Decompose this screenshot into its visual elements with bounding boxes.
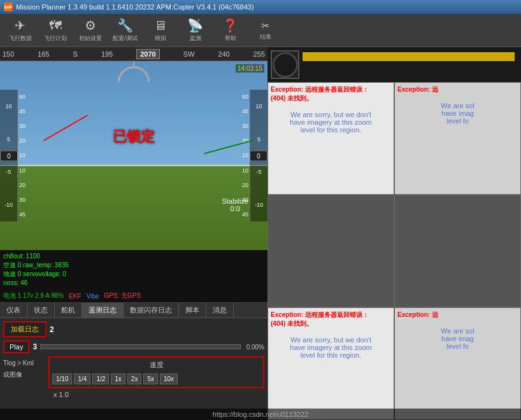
tlog-text: Tlog > Kml或图像 bbox=[3, 360, 34, 378]
map-top-strip bbox=[268, 47, 521, 82]
gps-label: GPS: 无GPS bbox=[104, 291, 141, 300]
timestamp: 14:03:15 bbox=[236, 64, 264, 73]
load-log-row: 加载日志 2 bbox=[3, 321, 264, 337]
toolbar-flight-plan[interactable]: 🗺 飞行计划 bbox=[38, 15, 73, 46]
map-sorry-2: We are solhave imaglevel fo bbox=[441, 102, 474, 125]
toolbar-label-7: 帮助 bbox=[225, 34, 236, 43]
compass-numbers: 150 165 S 195 2070 SW 240 255 bbox=[3, 49, 265, 59]
status-battery-bar: 电池 1.17v 2.9 A 98% EKF Vibe GPS: 无GPS bbox=[0, 290, 268, 302]
speed-btn-5x[interactable]: 5x bbox=[143, 374, 158, 384]
speed-btn-1x[interactable]: 1x bbox=[111, 374, 125, 384]
toolbar-label-8: 结果 bbox=[260, 33, 271, 41]
map-cell-6: Exception: 远 We are solhave imaglevel fo bbox=[394, 307, 521, 420]
speed-btn-12[interactable]: 1/2 bbox=[92, 374, 109, 384]
play-num-badge: 3 bbox=[32, 342, 37, 351]
tab-scripts[interactable]: 脚本 bbox=[179, 303, 206, 318]
flight-data-icon: ✈ bbox=[15, 18, 25, 33]
pitch-scale-left: 60 45 30 20 10 10 20 30 45 bbox=[19, 90, 25, 222]
scale-right-m5: -5 bbox=[256, 169, 261, 175]
battery-text: 电池 1.17v 2.9 A 98% bbox=[3, 291, 64, 300]
tab-dataflash-log[interactable]: 数据闪存日志 bbox=[124, 303, 179, 318]
pitch-right-60: 60 bbox=[242, 94, 248, 100]
progress-bar[interactable] bbox=[40, 344, 241, 349]
tab-status[interactable]: 状态 bbox=[27, 303, 55, 318]
main-content: 150 165 S 195 2070 SW 240 255 bbox=[0, 47, 521, 420]
toolbar-config[interactable]: 🔧 配置/调试 bbox=[108, 15, 143, 46]
load-num-badge: 2 bbox=[50, 325, 54, 334]
app-icon: MP bbox=[4, 3, 13, 11]
bottom-panel: 仪表 状态 舵机 遥测日志 数据闪存日志 脚本 消息 加载日志 2 Play 3 bbox=[0, 302, 268, 420]
compass-S: S bbox=[73, 50, 78, 58]
compass-circle bbox=[271, 50, 299, 79]
toolbar-init-setup[interactable]: ⚙ 初始设置 bbox=[73, 15, 108, 46]
compass-SW: SW bbox=[183, 50, 195, 58]
monitor-icon: 📡 bbox=[187, 18, 203, 33]
toolbar-results[interactable]: ✂ 结果 bbox=[248, 15, 283, 46]
load-log-button[interactable]: 加载日志 bbox=[3, 321, 46, 337]
title-bar: MP Mission Planner 1.3.49 build 1.1.6410… bbox=[0, 0, 521, 14]
simulation-icon: 🖥 bbox=[154, 18, 167, 33]
speed-btn-10x[interactable]: 10x bbox=[160, 374, 178, 384]
pitch-left-45: 45 bbox=[19, 108, 25, 115]
speed-btn-110[interactable]: 1/10 bbox=[52, 374, 72, 384]
toolbar-label-4: 配置/调试 bbox=[113, 34, 138, 43]
toolbar-flight-data[interactable]: ✈ 飞行数据 bbox=[3, 15, 38, 46]
horizon bbox=[0, 61, 268, 250]
tab-instruments[interactable]: 仪表 bbox=[0, 303, 27, 318]
toolbar-help[interactable]: ❓ 帮助 bbox=[213, 15, 248, 46]
pitch-left-10: 10 bbox=[19, 152, 25, 158]
toolbar-monitor[interactable]: 📡 监测 bbox=[178, 15, 213, 46]
map-cell-2: Exception: 远 We are solhave imaglevel fo bbox=[394, 82, 521, 195]
speed-label-text: 速度 bbox=[52, 360, 260, 370]
map-error-2: Exception: 远 bbox=[397, 85, 438, 94]
play-button[interactable]: Play bbox=[3, 340, 29, 353]
map-error-6: Exception: 远 bbox=[397, 311, 438, 319]
map-cell-1: Exception: 远程服务器返回错误：(404) 未找到。 We are s… bbox=[268, 82, 394, 195]
map-cell-4 bbox=[394, 195, 521, 307]
speed-marker: 0 bbox=[0, 150, 18, 161]
top-indicator bbox=[133, 61, 134, 67]
info-overlay: ch8out: 1100 空速 0 raw_temp: 3835 地速 0 se… bbox=[0, 250, 268, 290]
toolbar-label-5: 模拟 bbox=[155, 34, 166, 43]
toolbar-label-1: 飞行数据 bbox=[9, 34, 32, 43]
speed-multiplier-label: x 1.0 bbox=[54, 391, 69, 398]
toolbar-label-6: 监测 bbox=[190, 34, 201, 43]
toolbar-simulation[interactable]: 🖥 模拟 bbox=[143, 15, 178, 46]
pitch-left-20: 20 bbox=[19, 137, 25, 144]
progress-label: 0.00% bbox=[246, 344, 264, 351]
speed-btn-2x[interactable]: 2x bbox=[127, 374, 142, 384]
info-line-4: rxrss: 46 bbox=[3, 279, 264, 288]
tab-messages[interactable]: 消息 bbox=[206, 303, 234, 318]
config-icon: 🔧 bbox=[117, 18, 133, 33]
speed-controls-row: Tlog > Kml或图像 速度 1/10 1/4 1/2 1x bbox=[3, 356, 264, 400]
compass-240: 240 bbox=[218, 50, 229, 58]
yellow-progress-bar bbox=[303, 52, 515, 61]
speed-btn-14[interactable]: 1/4 bbox=[74, 374, 90, 384]
altitude-scale-right: 10 5 0 -5 -10 bbox=[250, 90, 268, 222]
scale-left-m10: -10 bbox=[4, 202, 13, 208]
tab-servos[interactable]: 舵机 bbox=[55, 303, 82, 318]
info-line-2: 空速 0 raw_temp: 3835 bbox=[3, 261, 264, 270]
compass-255: 255 bbox=[253, 50, 265, 58]
scale-left-5: 5 bbox=[7, 136, 10, 143]
scale-right-10: 10 bbox=[255, 103, 262, 109]
toolbar-label-2: 飞行计划 bbox=[44, 34, 67, 43]
help-icon: ❓ bbox=[222, 18, 238, 33]
map-sorry-6: We are solhave imaglevel fo bbox=[441, 327, 474, 350]
toolbar: ✈ 飞行数据 🗺 飞行计划 ⚙ 初始设置 🔧 配置/调试 🖥 模拟 📡 监测 ❓… bbox=[0, 14, 521, 47]
map-error-5: Exception: 远程服务器返回错误：(404) 未找到。 bbox=[271, 311, 369, 328]
right-panel: Exception: 远程服务器返回错误：(404) 未找到。 We are s… bbox=[268, 47, 521, 420]
tlog-label: Tlog > Kml或图像 bbox=[3, 356, 45, 379]
tab-telemetry-log[interactable]: 遥测日志 bbox=[82, 303, 124, 318]
pitch-right-45: 45 bbox=[242, 108, 248, 115]
horizon-line bbox=[0, 165, 268, 166]
vibe-label: Vibe bbox=[87, 293, 99, 300]
altitude-marker: 0 bbox=[250, 150, 268, 161]
compass-165: 165 bbox=[38, 50, 49, 58]
speed-buttons: 1/10 1/4 1/2 1x 2x 5x 10x bbox=[52, 374, 260, 384]
compass-195: 195 bbox=[101, 50, 113, 58]
pitch-right-m10: 10 bbox=[242, 167, 248, 174]
results-icon: ✂ bbox=[261, 20, 269, 32]
scale-right-5: 5 bbox=[257, 136, 260, 143]
airspeed-label: 空速 0 raw_temp: 3835 bbox=[3, 261, 69, 270]
